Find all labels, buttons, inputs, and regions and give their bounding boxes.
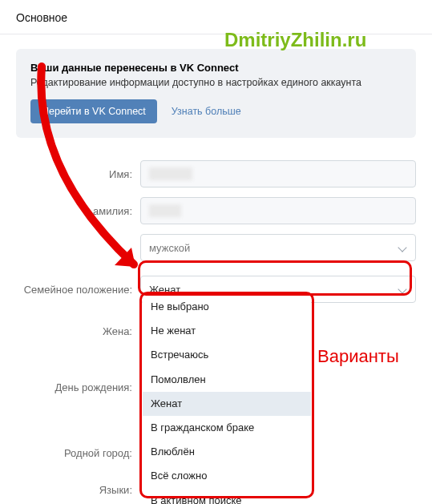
marital-option[interactable]: В активном поиске: [143, 489, 311, 505]
chevron-down-icon: [398, 284, 407, 294]
label-birthday: День рождения:: [16, 381, 140, 393]
notice-title: Ваши данные перенесены в VK Connect: [30, 62, 402, 74]
marital-option[interactable]: Помолвлен: [143, 368, 311, 392]
row-gender: мужской: [16, 234, 416, 261]
marital-status-dropdown: Не выбрано Не женат Встречаюсь Помолвлен…: [143, 295, 311, 504]
row-name: Имя:: [16, 160, 416, 187]
vk-connect-notice: Ваши данные перенесены в VK Connect Реда…: [16, 49, 416, 138]
marital-option[interactable]: В гражданском браке: [143, 416, 311, 440]
label-hometown: Родной город:: [16, 447, 140, 459]
label-name: Имя:: [16, 168, 140, 180]
marital-option[interactable]: Не женат: [143, 319, 311, 343]
gender-select[interactable]: мужской: [140, 234, 416, 261]
row-surname: амилия:: [16, 197, 416, 224]
name-input[interactable]: [140, 160, 416, 187]
learn-more-link[interactable]: Узнать больше: [172, 106, 241, 117]
label-wife: Жена:: [16, 325, 140, 337]
chevron-down-icon: [398, 243, 407, 252]
notice-text: Редактирование информации доступно в нас…: [30, 77, 402, 88]
marital-option[interactable]: Всё сложно: [143, 464, 311, 488]
marital-option[interactable]: Не выбрано: [143, 295, 311, 319]
marital-option[interactable]: Влюблён: [143, 440, 311, 464]
page-title: Основное: [0, 0, 432, 34]
marital-option[interactable]: Женат: [143, 392, 311, 416]
marital-selected-value: Женат: [149, 284, 180, 296]
marital-option[interactable]: Встречаюсь: [143, 343, 311, 367]
gender-selected-value: мужской: [149, 242, 190, 254]
go-to-vk-connect-button[interactable]: Перейти в VK Connect: [30, 99, 157, 123]
label-surname: амилия:: [16, 205, 140, 217]
surname-input[interactable]: [140, 197, 416, 224]
label-marital: Семейное положение:: [16, 284, 140, 296]
label-languages: Языки:: [16, 484, 140, 496]
